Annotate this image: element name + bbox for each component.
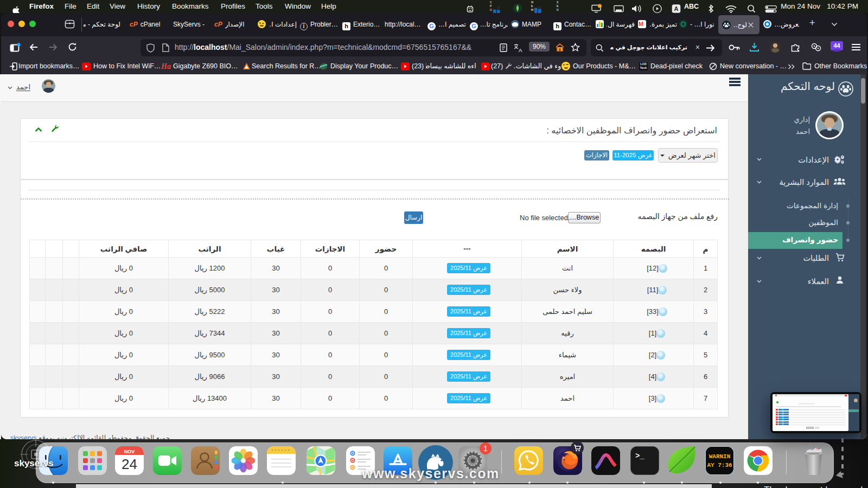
svg-text:A: A [519, 47, 522, 53]
svg-text:AY 7:36: AY 7:36 [707, 462, 732, 468]
svg-text:WARNIN: WARNIN [709, 453, 731, 460]
svg-text:24: 24 [122, 456, 137, 472]
svg-text:A: A [674, 5, 679, 12]
svg-text:>_: >_ [635, 452, 644, 460]
svg-text:NOV: NOV [124, 449, 135, 454]
